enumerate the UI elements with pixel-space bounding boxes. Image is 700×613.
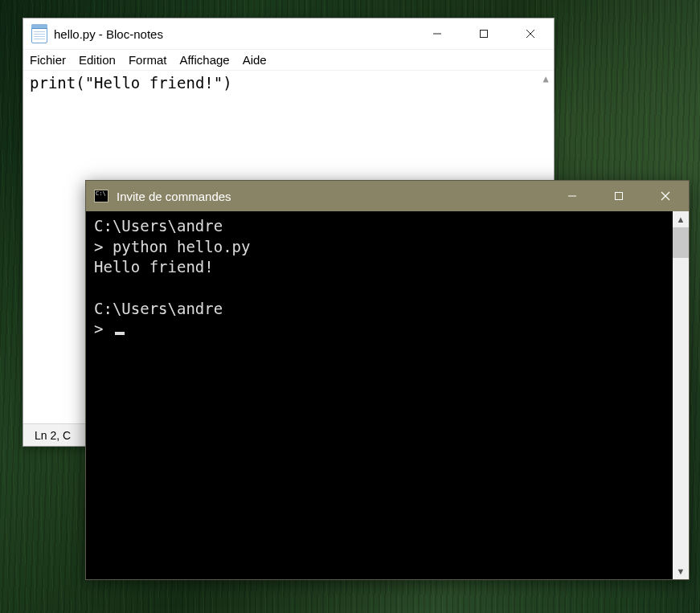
notepad-icon bbox=[31, 24, 47, 43]
cmd-icon bbox=[94, 190, 108, 202]
close-button[interactable] bbox=[642, 181, 689, 211]
menu-help[interactable]: Aide bbox=[243, 53, 267, 67]
cmd-title: Invite de commandes bbox=[117, 190, 231, 203]
cmd-window-controls bbox=[549, 181, 689, 211]
minimize-button[interactable] bbox=[414, 18, 461, 49]
svg-rect-1 bbox=[481, 31, 488, 38]
cmd-body: C:\Users\andre > python hello.py Hello f… bbox=[86, 211, 689, 579]
menu-file[interactable]: Fichier bbox=[30, 53, 66, 67]
cmd-titlebar[interactable]: Invite de commandes bbox=[86, 181, 689, 211]
notepad-titlebar[interactable]: hello.py - Bloc-notes bbox=[23, 18, 554, 49]
maximize-button[interactable] bbox=[596, 181, 642, 211]
cmd-output[interactable]: C:\Users\andre > python hello.py Hello f… bbox=[86, 211, 673, 579]
svg-rect-5 bbox=[616, 193, 623, 200]
notepad-text: print("Hello friend!") bbox=[30, 74, 232, 92]
scroll-track[interactable] bbox=[673, 227, 689, 563]
notepad-title: hello.py - Bloc-notes bbox=[54, 27, 163, 41]
scroll-up-arrow-icon[interactable]: ▲ bbox=[538, 71, 554, 87]
menu-format[interactable]: Format bbox=[129, 53, 167, 67]
cmd-line: C:\Users\andre bbox=[94, 300, 223, 317]
scroll-up-icon[interactable]: ▲ bbox=[673, 211, 689, 227]
cmd-line: > python hello.py bbox=[94, 238, 250, 255]
notepad-window-controls bbox=[414, 18, 554, 49]
cmd-scrollbar[interactable]: ▲ ▼ bbox=[673, 211, 689, 579]
menu-edit[interactable]: Edition bbox=[79, 53, 116, 67]
cmd-line: Hello friend! bbox=[94, 258, 214, 276]
cmd-line: C:\Users\andre bbox=[94, 217, 223, 235]
command-prompt-window: Invite de commandes C:\Users\andre > pyt… bbox=[85, 180, 690, 580]
status-position: Ln 2, C bbox=[35, 429, 71, 442]
cmd-cursor bbox=[115, 332, 125, 335]
scroll-down-icon[interactable]: ▼ bbox=[673, 563, 689, 579]
scroll-thumb[interactable] bbox=[673, 227, 689, 258]
menu-view[interactable]: Affichage bbox=[179, 53, 229, 67]
close-button[interactable] bbox=[507, 18, 554, 49]
minimize-button[interactable] bbox=[549, 181, 596, 211]
maximize-button[interactable] bbox=[461, 18, 507, 49]
notepad-menubar: Fichier Edition Format Affichage Aide bbox=[23, 49, 554, 70]
cmd-line: > bbox=[94, 320, 113, 337]
